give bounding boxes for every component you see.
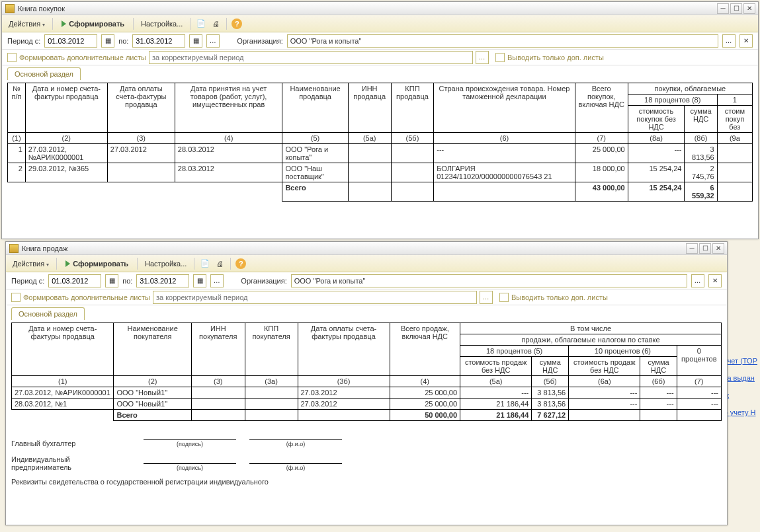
calendar-icon[interactable]: ▦: [101, 34, 114, 48]
period-select-button[interactable]: …: [206, 34, 220, 48]
to-label: по:: [122, 277, 132, 285]
period-select-button[interactable]: …: [210, 274, 224, 287]
calendar-icon[interactable]: ▦: [105, 274, 118, 287]
toolbar: Действия ▾ Сформировать Настройка... 📄 🖨…: [6, 255, 727, 272]
window-title: Книга продаж: [22, 245, 686, 252]
actions-menu[interactable]: Действия ▾: [6, 19, 48, 29]
col-18: 18 процентов (5): [460, 346, 569, 357]
col-kpp: КПП продавца: [391, 83, 434, 133]
tab-main[interactable]: Основной раздел: [7, 67, 81, 80]
only-additional-checkbox[interactable]: [495, 53, 505, 62]
date-from-input[interactable]: [48, 274, 101, 287]
form-button[interactable]: Сформировать: [58, 19, 128, 29]
cb1-label: Формировать дополнительные листы: [23, 293, 150, 301]
period-select-button[interactable]: …: [476, 51, 489, 64]
col-acc: Дата принятия на учет товаров (работ, ус…: [175, 83, 282, 133]
purchases-report[interactable]: № п/п Дата и номер счета-фактуры продавц…: [2, 80, 758, 236]
col-total: Всего продаж, включая НДС: [390, 323, 460, 376]
table-row[interactable]: 2 29.03.2012, №365 28.03.2012 ООО "Наш п…: [8, 163, 753, 182]
col-total: Всего покупок, включая НДС: [575, 83, 628, 133]
table-row[interactable]: 28.03.2012, №1 ООО "Новый1" 27.03.2012 2…: [12, 399, 722, 410]
table-row[interactable]: 1 27.03.2012, №АРИК0000001 27.03.2012 28…: [8, 144, 753, 163]
ip-label: Индивидуальный предприниматель: [11, 455, 130, 471]
col-8b: сумма НДС: [685, 106, 717, 133]
tabs: Основной раздел: [6, 305, 727, 320]
help-icon[interactable]: ?: [232, 19, 242, 29]
toolbar: Действия ▾ Сформировать Настройка... 📄 🖨…: [2, 15, 758, 32]
minimize-button[interactable]: ─: [717, 3, 729, 14]
play-icon: [65, 260, 70, 267]
date-to-input[interactable]: [132, 34, 185, 48]
col-inn: ИНН покупателя: [191, 323, 245, 376]
org-select-button[interactable]: …: [722, 34, 736, 48]
org-clear-button[interactable]: ✕: [739, 34, 753, 48]
window-sales: Книга продаж ─ ☐ ✕ Действия ▾ Сформирова…: [5, 241, 728, 525]
cb2-label: Выводить только доп. листы: [507, 54, 604, 61]
sales-table: Дата и номер счета-фактуры продавца Наим…: [11, 323, 722, 421]
correction-period-input[interactable]: [153, 291, 477, 304]
correction-period-input[interactable]: [149, 51, 473, 64]
col-taxable: продажи, облагаемые налогом по ставке: [460, 334, 722, 346]
col-kpp: КПП покупателя: [245, 323, 298, 376]
close-button[interactable]: ✕: [743, 3, 755, 14]
actions-menu[interactable]: Действия ▾: [10, 258, 52, 269]
calendar-icon[interactable]: ▦: [189, 34, 202, 48]
to-label: по:: [118, 37, 128, 45]
options-row: Формировать дополнительные листы … Вывод…: [6, 289, 727, 305]
additional-sheets-checkbox[interactable]: [11, 293, 21, 302]
window-title: Книга покупок: [18, 5, 717, 13]
col-pay: Дата оплаты счета-фактуры продавца: [298, 323, 390, 376]
window-purchases: Книга покупок ─ ☐ ✕ Действия ▾ Сформиров…: [1, 1, 759, 239]
export-icon[interactable]: 📄: [199, 258, 211, 270]
col-n: № п/п: [8, 83, 26, 133]
col-8a: стоимость покупок без НДС: [628, 106, 685, 133]
date-to-input[interactable]: [136, 274, 189, 287]
print-icon[interactable]: 🖨: [210, 18, 222, 30]
close-button[interactable]: ✕: [712, 243, 724, 254]
table-row[interactable]: 27.03.2012, №АРИК0000001 ООО "Новый1" 27…: [12, 387, 722, 399]
help-icon[interactable]: ?: [235, 258, 246, 269]
tabs: Основной раздел: [2, 65, 758, 80]
cb2-label: Выводить только доп. листы: [511, 293, 608, 301]
col-6b: сумма НДС: [640, 357, 677, 376]
col-18: 18 процентов (8): [628, 95, 717, 106]
filter-row: Период с: ▦ по: ▦ … Организация: ООО "Ро…: [2, 32, 758, 50]
total-row: Всего 50 000,00 21 186,44 7 627,12: [12, 410, 722, 421]
col-inn: ИНН продавца: [348, 83, 391, 133]
tab-main[interactable]: Основной раздел: [11, 307, 85, 320]
maximize-button[interactable]: ☐: [730, 3, 742, 14]
additional-sheets-checkbox[interactable]: [7, 53, 17, 62]
period-select-button[interactable]: …: [480, 291, 493, 304]
col-invoice: Дата и номер счета-фактуры продавца: [25, 83, 107, 133]
col-9a: стоим покуп без: [717, 106, 752, 133]
purchases-table: № п/п Дата и номер счета-фактуры продавц…: [7, 83, 753, 202]
titlebar-purchases: Книга покупок ─ ☐ ✕: [2, 2, 758, 15]
org-input[interactable]: ООО "Рога и копыта": [287, 34, 718, 48]
calendar-icon[interactable]: ▦: [193, 274, 206, 287]
col-6a: стоимость продаж без НДС: [569, 357, 640, 376]
date-from-input[interactable]: [44, 34, 97, 48]
org-label: Организация:: [241, 277, 286, 285]
settings-button[interactable]: Настройка...: [142, 258, 189, 269]
sales-report[interactable]: Дата и номер счета-фактуры продавца Наим…: [6, 320, 727, 521]
col-5a: стоимость продаж без НДС: [460, 357, 532, 376]
col-invoice: Дата и номер счета-фактуры продавца: [12, 323, 114, 376]
export-icon[interactable]: 📄: [195, 18, 207, 30]
chief-accountant-label: Главный бухгалтер: [11, 439, 130, 447]
form-button[interactable]: Сформировать: [62, 258, 132, 269]
play-icon: [62, 20, 66, 27]
maximize-button[interactable]: ☐: [699, 243, 711, 254]
total-row: Всего 43 000,00 15 254,24 6 559,32: [8, 182, 753, 202]
org-select-button[interactable]: …: [691, 274, 704, 287]
col-taxed: покупки, облагаемые: [628, 83, 752, 95]
col-incl: В том числе: [460, 323, 722, 334]
col-10: 10 процентов (6): [569, 346, 677, 357]
options-row: Формировать дополнительные листы … Вывод…: [2, 50, 758, 65]
minimize-button[interactable]: ─: [686, 243, 698, 254]
org-clear-button[interactable]: ✕: [708, 274, 722, 287]
org-input[interactable]: ООО "Рога и копыта": [291, 274, 687, 287]
book-icon: [9, 243, 19, 254]
only-additional-checkbox[interactable]: [499, 293, 509, 302]
print-icon[interactable]: 🖨: [214, 258, 226, 270]
settings-button[interactable]: Настройка...: [138, 19, 185, 29]
